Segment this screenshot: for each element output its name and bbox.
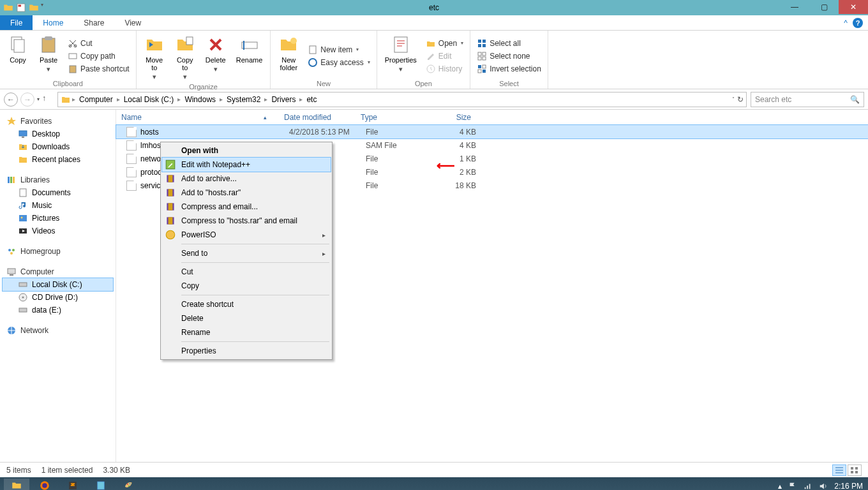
flag-icon[interactable] bbox=[788, 482, 797, 490]
tab-share[interactable]: Share bbox=[73, 15, 114, 30]
refresh-button[interactable]: ↻ bbox=[737, 95, 744, 104]
ctx-open-with[interactable]: Open with bbox=[162, 144, 331, 158]
nav-videos[interactable]: Videos bbox=[3, 225, 113, 237]
view-icons-button[interactable] bbox=[848, 464, 862, 476]
file-icon bbox=[126, 127, 137, 137]
qat-properties-icon[interactable] bbox=[15, 2, 27, 13]
nav-desktop[interactable]: Desktop bbox=[3, 128, 113, 140]
paste-shortcut-button[interactable]: Paste shortcut bbox=[65, 63, 132, 75]
column-date[interactable]: Date modified bbox=[279, 113, 355, 122]
minimize-button[interactable]: — bbox=[780, 0, 809, 14]
computer-header[interactable]: Computer bbox=[3, 265, 113, 278]
paste-button[interactable]: Paste ▾ bbox=[34, 33, 63, 78]
address-dropdown[interactable]: ˅ bbox=[732, 96, 735, 102]
ctx-send-to[interactable]: Send to bbox=[162, 246, 331, 260]
address-bar[interactable]: ▸ Computer▸ Local Disk (C:)▸ Windows▸ Sy… bbox=[57, 92, 747, 107]
ribbon-group-select: Select all Select none Invert selection … bbox=[470, 31, 548, 89]
forward-button[interactable]: → bbox=[20, 93, 34, 107]
nav-data-e[interactable]: data (E:) bbox=[3, 304, 113, 316]
nav-cd-drive[interactable]: CD Drive (D:) bbox=[3, 291, 113, 304]
ribbon-minimize-icon[interactable]: ^ bbox=[844, 19, 848, 27]
ctx-create-shortcut[interactable]: Create shortcut bbox=[162, 297, 331, 311]
volume-icon[interactable] bbox=[819, 482, 828, 490]
window-title: etc bbox=[429, 3, 439, 12]
nav-local-disk-c[interactable]: Local Disk (C:) bbox=[3, 278, 113, 291]
copy-to-icon bbox=[175, 34, 195, 55]
close-button[interactable]: ✕ bbox=[839, 0, 868, 14]
nav-recent[interactable]: Recent places bbox=[3, 153, 113, 166]
copy-path-button[interactable]: Copy path bbox=[65, 50, 132, 62]
qat-dropdown[interactable]: ▾ bbox=[41, 2, 43, 13]
select-none-button[interactable]: Select none bbox=[474, 50, 544, 62]
tab-view[interactable]: View bbox=[114, 15, 151, 30]
invert-selection-button[interactable]: Invert selection bbox=[474, 63, 544, 75]
back-button[interactable]: ← bbox=[4, 93, 18, 107]
ctx-add-archive[interactable]: Add to archive... bbox=[162, 172, 331, 186]
search-input[interactable]: Search etc 🔍 bbox=[751, 92, 864, 107]
svg-point-64 bbox=[42, 483, 47, 488]
ctx-edit-notepad[interactable]: Edit with Notepad++ ⟵ bbox=[162, 158, 331, 172]
libraries-header[interactable]: Libraries bbox=[3, 174, 113, 186]
help-icon[interactable]: ? bbox=[853, 18, 863, 28]
new-item-button[interactable]: New item bbox=[305, 44, 372, 56]
task-paint[interactable] bbox=[116, 479, 142, 490]
history-dropdown[interactable]: ▾ bbox=[37, 96, 40, 102]
open-button[interactable]: Open bbox=[423, 38, 466, 49]
nav-documents[interactable]: Documents bbox=[3, 186, 113, 199]
ctx-compress-email[interactable]: Compress and email... bbox=[162, 200, 331, 214]
crumb-etc[interactable]: etc bbox=[304, 95, 319, 104]
delete-button[interactable]: Delete▾ bbox=[202, 33, 230, 82]
ctx-add-hosts-rar[interactable]: Add to "hosts.rar" bbox=[162, 186, 331, 200]
nav-music[interactable]: Music bbox=[3, 199, 113, 212]
svg-rect-23 bbox=[483, 52, 486, 56]
tab-home[interactable]: Home bbox=[33, 15, 73, 30]
column-type[interactable]: Type bbox=[355, 113, 432, 122]
task-sublime[interactable] bbox=[60, 479, 86, 490]
network-header[interactable]: Network bbox=[3, 324, 113, 337]
svg-rect-47 bbox=[19, 308, 27, 312]
history-icon bbox=[426, 64, 436, 74]
copy-button[interactable]: Copy bbox=[4, 33, 32, 78]
properties-button[interactable]: Properties▾ bbox=[381, 33, 421, 78]
ctx-properties[interactable]: Properties bbox=[162, 344, 331, 358]
column-name[interactable]: Name▴ bbox=[116, 113, 279, 122]
nav-downloads[interactable]: Downloads bbox=[3, 140, 113, 153]
move-to-button[interactable]: Move to▾ bbox=[140, 33, 168, 82]
cut-button[interactable]: Cut bbox=[65, 38, 132, 49]
new-folder-button[interactable]: New folder bbox=[274, 33, 303, 78]
view-details-button[interactable] bbox=[832, 464, 846, 476]
homegroup-header[interactable]: Homegroup bbox=[3, 245, 113, 258]
desktop-icon bbox=[18, 129, 28, 139]
ctx-delete[interactable]: Delete bbox=[162, 311, 331, 325]
crumb-computer[interactable]: Computer bbox=[77, 95, 116, 104]
easy-access-button[interactable]: Easy access bbox=[305, 57, 372, 68]
column-size[interactable]: Size bbox=[432, 113, 477, 122]
up-button[interactable]: ↑ bbox=[42, 94, 54, 105]
network-icon bbox=[6, 325, 17, 336]
ctx-cut[interactable]: Cut bbox=[162, 265, 331, 279]
file-row[interactable]: hosts4/2/2018 5:13 PMFile4 KB bbox=[116, 125, 868, 138]
tray-clock[interactable]: 2:16 PM bbox=[834, 482, 863, 490]
network-tray-icon[interactable] bbox=[804, 482, 812, 490]
task-firefox[interactable] bbox=[32, 479, 57, 490]
tab-file[interactable]: File bbox=[0, 15, 33, 30]
crumb-windows[interactable]: Windows bbox=[182, 95, 218, 104]
favorites-header[interactable]: Favorites bbox=[3, 115, 113, 128]
ctx-copy[interactable]: Copy bbox=[162, 279, 331, 293]
maximize-button[interactable]: ▢ bbox=[809, 0, 839, 14]
ctx-compress-hosts-email[interactable]: Compress to "hosts.rar" and email bbox=[162, 214, 331, 228]
crumb-system32[interactable]: System32 bbox=[224, 95, 263, 104]
edit-icon bbox=[426, 51, 436, 61]
task-notepad[interactable] bbox=[88, 479, 114, 490]
ctx-rename[interactable]: Rename bbox=[162, 325, 331, 339]
task-explorer[interactable] bbox=[4, 479, 29, 490]
tray-show-hidden[interactable]: ▴ bbox=[778, 482, 782, 490]
ctx-poweriso[interactable]: PowerISO bbox=[162, 228, 331, 242]
rename-button[interactable]: Rename bbox=[232, 33, 267, 82]
crumb-c[interactable]: Local Disk (C:) bbox=[121, 95, 177, 104]
select-all-button[interactable]: Select all bbox=[474, 38, 544, 49]
copy-to-button[interactable]: Copy to▾ bbox=[171, 33, 199, 82]
nav-pictures[interactable]: Pictures bbox=[3, 212, 113, 225]
crumb-drivers[interactable]: Drivers bbox=[269, 95, 298, 104]
qat-newfolder-icon[interactable] bbox=[28, 2, 40, 13]
